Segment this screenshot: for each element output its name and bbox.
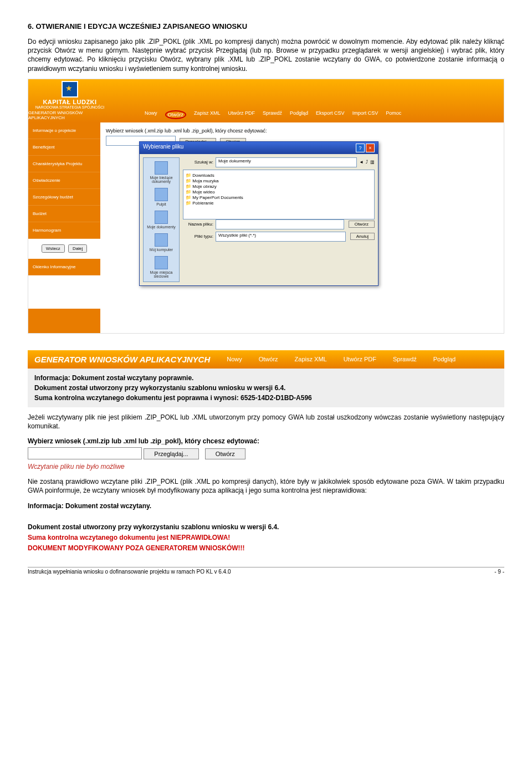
sidebar-item-charakterystyka[interactable]: Charakterystyka Projektu bbox=[28, 156, 100, 172]
sidebar-item-harmonogram[interactable]: Harmonogram bbox=[28, 222, 100, 239]
filetype-label: Pliki typu: bbox=[183, 234, 213, 239]
bar-menu-podglad[interactable]: Podgląd bbox=[433, 356, 456, 362]
success-message: Informacja: Dokument został wczytany pop… bbox=[28, 369, 504, 407]
place-recent[interactable]: Moje bieżące dokumenty bbox=[145, 161, 178, 183]
top-menu: Nowy Otwórz Zapisz XML Utwórz PDF Sprawd… bbox=[145, 110, 401, 119]
brand-title: KAPITAŁ LUDZKI bbox=[43, 99, 96, 105]
doc-filename: Nazwa pliku: Wniosek.xml bbox=[28, 292, 100, 309]
help-icon[interactable]: ? bbox=[356, 144, 365, 152]
sidebar-item-szczegolowy[interactable]: Szczegółowy budżet bbox=[28, 189, 100, 206]
msg2-line-4: DOKUMENT MODYFIKOWANY POZA GENERATOREM W… bbox=[28, 543, 504, 554]
up-icon[interactable]: ⤴ bbox=[366, 160, 368, 165]
bar-menu-pdf[interactable]: Utwórz PDF bbox=[344, 356, 376, 362]
sidebar-item-oswiadczenie[interactable]: Oświadczenie bbox=[28, 172, 100, 189]
folder-item[interactable]: 📁 Moje obrazy bbox=[186, 184, 372, 189]
bar-menu-otworz[interactable]: Otwórz bbox=[259, 356, 278, 362]
file-path-input[interactable] bbox=[28, 447, 142, 459]
place-mycomputer[interactable]: Mój komputer bbox=[150, 233, 173, 252]
views-icon[interactable]: ▥ bbox=[370, 160, 375, 165]
menu-utworz-pdf[interactable]: Utwórz PDF bbox=[228, 110, 255, 119]
folder-item[interactable]: 📁 Moje wideo bbox=[186, 190, 372, 195]
menu-nowy[interactable]: Nowy bbox=[145, 110, 157, 119]
gwa-app-screenshot: KAPITAŁ LUDZKI NARODOWA STRATEGIA SPÓJNO… bbox=[28, 79, 504, 334]
file-list[interactable]: 📁 Downloads 📁 Moja muzyka 📁 Moje obrazy … bbox=[183, 170, 375, 219]
footer-left: Instrukcja wypełniania wniosku o dofinan… bbox=[28, 569, 231, 575]
menu-sprawdz[interactable]: Sprawdź bbox=[263, 110, 282, 119]
nav-buttons: Wstecz Dalej bbox=[28, 239, 100, 259]
filename-input[interactable] bbox=[216, 219, 344, 229]
folder-item[interactable]: 📁 My PaperPort Documents bbox=[186, 195, 372, 200]
main-panel: Wybierz wniosek (.xml.zip lub .xml lub .… bbox=[100, 122, 504, 333]
open-button-2[interactable]: Otwórz bbox=[205, 448, 245, 459]
star-logo-icon bbox=[62, 81, 78, 98]
places-bar: Moje bieżące dokumenty Pulpit Moje dokum… bbox=[143, 157, 180, 282]
footer-right: - 9 - bbox=[494, 569, 504, 575]
filetype-select[interactable]: Wszystkie pliki (*.*) bbox=[216, 232, 346, 242]
msg2-line-2: Dokument został utworzony przy wykorzyst… bbox=[28, 522, 504, 533]
next-button[interactable]: Dalej bbox=[68, 244, 87, 253]
bar-menu-sprawdz[interactable]: Sprawdź bbox=[393, 356, 417, 362]
app-bar: GENERATOR WNIOSKÓW APLIKACYJNYCH Nowy Ot… bbox=[28, 350, 504, 369]
menu-import-csv[interactable]: Import CSV bbox=[352, 110, 378, 119]
back-icon[interactable]: ◄ bbox=[359, 160, 364, 165]
msg2-line-3: Suma kontrolna wczytanego dokumentu jest… bbox=[28, 533, 504, 543]
dialog-open-button[interactable]: Otwórz bbox=[349, 221, 375, 228]
sidebar-item-beneficjent[interactable]: Beneficjent bbox=[28, 139, 100, 156]
brand-subtitle: NARODOWA STRATEGIA SPÓJNOŚCI bbox=[35, 105, 104, 109]
folder-item[interactable]: 📁 Pobieranie bbox=[186, 201, 372, 206]
bar-menu-zapisz[interactable]: Zapisz XML bbox=[295, 356, 327, 362]
bar-menu-nowy[interactable]: Nowy bbox=[227, 356, 242, 362]
menu-pomoc[interactable]: Pomoc bbox=[386, 110, 401, 119]
dialog-titlebar: Wybieranie pliku ? × bbox=[140, 142, 378, 154]
msg2-line-1: Informacja: Dokument został wczytany. bbox=[28, 501, 504, 512]
filename-label: Nazwa pliku: bbox=[183, 222, 213, 227]
intro-paragraph: Do edycji wniosku zapisanego jako plik .… bbox=[28, 37, 504, 73]
folder-item[interactable]: 📁 Moja muzyka bbox=[186, 178, 372, 183]
menu-zapisz-xml[interactable]: Zapisz XML bbox=[194, 110, 221, 119]
error-message: Wczytanie pliku nie było możliwe bbox=[28, 463, 504, 471]
dialog-title: Wybieranie pliku bbox=[143, 144, 183, 152]
lookin-label: Szukaj w: bbox=[183, 160, 213, 165]
file-chooser-dialog: Wybieranie pliku ? × Moje bieżące dokume… bbox=[139, 141, 378, 286]
menu-otworz[interactable]: Otwórz bbox=[165, 110, 187, 119]
close-icon[interactable]: × bbox=[366, 144, 375, 152]
invalid-checksum-message: Informacja: Dokument został wczytany. Do… bbox=[28, 501, 504, 554]
browse-button-2[interactable]: Przeglądaj... bbox=[144, 448, 198, 459]
doc-version: Numer wersji dokumentu: 6.4 bbox=[28, 275, 100, 292]
lookin-select[interactable]: Moje dokumenty bbox=[216, 157, 357, 167]
paragraph-2: Jeżeli wczytywany plik nie jest plikiem … bbox=[28, 413, 504, 431]
place-mydocs[interactable]: Moje dokumenty bbox=[147, 211, 175, 229]
app-header: KAPITAŁ LUDZKI NARODOWA STRATEGIA SPÓJNO… bbox=[28, 79, 504, 122]
place-network[interactable]: Moje miejsca sieciowe bbox=[145, 256, 178, 278]
menu-eksport-csv[interactable]: Eksport CSV bbox=[316, 110, 345, 119]
page-footer: Instrukcja wypełniania wniosku o dofinan… bbox=[28, 567, 504, 575]
section-heading: 6. OTWIERANIE I EDYCJA WCZEŚNIEJ ZAPISAN… bbox=[28, 22, 504, 30]
msg-line-3: Suma kontrolna wczytanego dokumentu jest… bbox=[34, 393, 498, 403]
info-panel-title: Okienko Informacyjne bbox=[28, 259, 100, 275]
select-prompt: Wybierz wniosek (.xml.zip lub .xml lub .… bbox=[106, 128, 498, 134]
bar-title: GENERATOR WNIOSKÓW APLIKACYJNYCH bbox=[34, 355, 210, 364]
place-desktop[interactable]: Pulpit bbox=[155, 188, 168, 206]
success-screenshot: GENERATOR WNIOSKÓW APLIKACYJNYCH Nowy Ot… bbox=[28, 350, 504, 407]
back-button[interactable]: Wstecz bbox=[42, 244, 65, 253]
paragraph-3: Nie zostaną prawidłowo wczytane pliki .Z… bbox=[28, 477, 504, 495]
msg-line-1: Informacja: Dokument został wczytany pop… bbox=[34, 373, 498, 383]
sidebar-item-info[interactable]: Informacje o projekcie bbox=[28, 122, 100, 139]
folder-item[interactable]: 📁 Downloads bbox=[186, 173, 372, 178]
generator-title: GENERATOR WNIOSKÓW APLIKACYJNYCH bbox=[28, 110, 111, 120]
app-logo-block: KAPITAŁ LUDZKI NARODOWA STRATEGIA SPÓJNO… bbox=[28, 79, 111, 122]
select-label: Wybierz wniosek (.xml.zip lub .xml lub .… bbox=[28, 437, 504, 445]
sidebar-item-budzet[interactable]: Budżet bbox=[28, 206, 100, 222]
dialog-cancel-button[interactable]: Anuluj bbox=[350, 233, 375, 240]
error-screenshot: Wybierz wniosek (.xml.zip lub .xml lub .… bbox=[28, 437, 504, 471]
sidebar: Informacje o projekcie Beneficjent Chara… bbox=[28, 122, 100, 333]
menu-podglad[interactable]: Podgląd bbox=[290, 110, 308, 119]
msg-line-2: Dokument został utworzony przy wykorzyst… bbox=[34, 383, 498, 393]
